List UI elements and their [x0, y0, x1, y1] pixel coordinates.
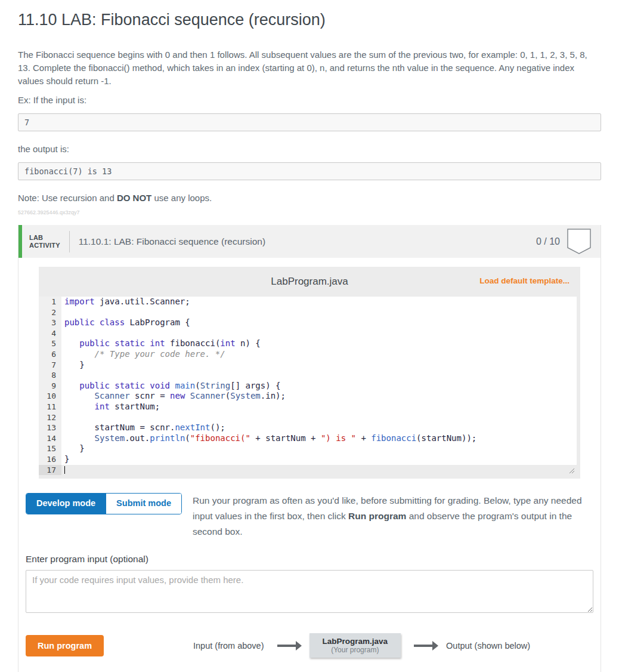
develop-mode-button[interactable]: Develop mode: [26, 494, 106, 514]
line-number: 15: [39, 443, 61, 454]
line-number: 12: [39, 412, 61, 423]
flow-program-box: LabProgram.java (Your program): [310, 633, 401, 658]
editor-header: LabProgram.java Load default template...: [39, 267, 580, 297]
example-input-box: 7: [18, 113, 601, 131]
code-line[interactable]: 8: [39, 370, 577, 381]
submit-mode-button[interactable]: Submit mode: [106, 494, 181, 514]
editor-resize-handle[interactable]: [568, 467, 575, 474]
line-number: 16: [39, 454, 61, 465]
line-number: 13: [39, 423, 61, 433]
note-bold: DO NOT: [117, 193, 151, 203]
code-editor-card: LabProgram.java Load default template...…: [39, 267, 580, 479]
run-program-button[interactable]: Run program: [26, 635, 104, 656]
program-input-field[interactable]: [26, 570, 593, 613]
activity-title: 11.10.1: LAB: Fibonacci sequence (recurs…: [79, 236, 536, 247]
code-text[interactable]: }: [61, 443, 85, 454]
example-output-box: fibonacci(7) is 13: [18, 162, 601, 180]
run-instructions-bold: Run program: [348, 511, 406, 521]
code-line[interactable]: 10 Scanner scnr = new Scanner(System.in)…: [39, 391, 577, 402]
code-text[interactable]: [61, 328, 69, 339]
page-title: 11.10 LAB: Fibonacci sequence (recursion…: [18, 11, 601, 29]
score-text: 0 / 10: [536, 236, 560, 247]
code-line[interactable]: 12: [39, 412, 577, 423]
line-number: 10: [39, 391, 61, 402]
code-text[interactable]: [61, 307, 69, 318]
mode-toggle: Develop mode Submit mode: [26, 493, 182, 514]
activity-banner: LAB ACTIVITY 11.10.1: LAB: Fibonacci seq…: [18, 225, 601, 258]
code-line[interactable]: 4: [39, 328, 577, 339]
code-line[interactable]: 13 startNum = scnr.nextInt();: [39, 423, 577, 433]
line-number: 11: [39, 402, 61, 412]
code-text[interactable]: }: [61, 454, 69, 465]
run-instructions: Run your program as often as you'd like,…: [193, 493, 586, 540]
arrow-right-icon: [414, 645, 433, 647]
code-line[interactable]: 11 int startNum;: [39, 402, 577, 412]
code-text[interactable]: public static int fibonacci(int n) {: [61, 338, 261, 349]
resource-id: 527662.3925446.qx3zqy7: [18, 209, 601, 215]
line-number: 1: [39, 297, 61, 307]
arrow-right-icon: [277, 645, 296, 647]
code-text[interactable]: public class LabProgram {: [61, 317, 190, 328]
code-text[interactable]: int startNum;: [61, 402, 160, 412]
code-line[interactable]: 16}: [39, 454, 577, 465]
banner-divider: [69, 231, 70, 252]
line-number: 2: [39, 307, 61, 318]
code-text[interactable]: /* Type your code here. */: [61, 349, 225, 360]
code-line[interactable]: 6 /* Type your code here. */: [39, 349, 577, 360]
code-line[interactable]: 9 public static void main(String[] args)…: [39, 381, 577, 392]
code-line[interactable]: 5 public static int fibonacci(int n) {: [39, 338, 577, 349]
code-lines: 1import java.util.Scanner;2 3public clas…: [39, 297, 577, 475]
code-line[interactable]: 3public class LabProgram {: [39, 317, 577, 328]
note-text: Note: Use recursion and DO NOT use any l…: [18, 193, 601, 203]
example-input-intro: Ex: If the input is:: [18, 95, 601, 105]
modes-row: Develop mode Submit mode Run your progra…: [26, 493, 593, 540]
code-editor[interactable]: 1import java.util.Scanner;2 3public clas…: [39, 297, 577, 475]
code-text[interactable]: [61, 370, 69, 381]
code-text[interactable]: public static void main(String[] args) {: [61, 381, 281, 392]
flow-program-sub: (Your program): [323, 646, 388, 654]
flow-output-label: Output (shown below): [446, 641, 530, 651]
line-number: 3: [39, 317, 61, 328]
editor-filename: LabProgram.java: [271, 276, 348, 288]
code-text[interactable]: Scanner scnr = new Scanner(System.in);: [61, 391, 286, 402]
line-number: 5: [39, 338, 61, 349]
code-text[interactable]: startNum = scnr.nextInt();: [61, 423, 225, 433]
code-line[interactable]: 1import java.util.Scanner;: [39, 297, 577, 307]
line-number: 17: [39, 465, 61, 476]
code-text[interactable]: [61, 412, 69, 423]
code-text[interactable]: import java.util.Scanner;: [61, 297, 190, 307]
problem-description: The Fibonacci sequence begins with 0 and…: [18, 48, 601, 88]
run-row: Run program Input (from above) LabProgra…: [26, 633, 593, 658]
code-line[interactable]: 2: [39, 307, 577, 318]
line-number: 6: [39, 349, 61, 360]
text-cursor: [64, 466, 65, 474]
line-number: 9: [39, 381, 61, 392]
flow-input-label: Input (from above): [193, 641, 264, 651]
lab-page: 11.10 LAB: Fibonacci sequence (recursion…: [0, 0, 619, 672]
flow-program-name: LabProgram.java: [323, 637, 388, 646]
flow-diagram: Input (from above) LabProgram.java (Your…: [193, 633, 530, 658]
example-output-intro: the output is:: [18, 144, 601, 154]
program-input-label: Enter program input (optional): [26, 554, 593, 565]
line-number: 7: [39, 360, 61, 371]
line-number: 4: [39, 328, 61, 339]
load-default-template-link[interactable]: Load default template...: [479, 276, 570, 285]
code-text[interactable]: System.out.println("fibonacci(" + startN…: [61, 433, 476, 444]
lab-activity-section: LAB ACTIVITY 11.10.1: LAB: Fibonacci seq…: [18, 225, 601, 672]
code-line[interactable]: 15 }: [39, 443, 577, 454]
code-line[interactable]: 17: [39, 465, 577, 476]
activity-content: LabProgram.java Load default template...…: [18, 267, 601, 672]
code-text[interactable]: [61, 465, 70, 476]
code-line[interactable]: 14 System.out.println("fibonacci(" + sta…: [39, 433, 577, 444]
activity-type-label: LAB ACTIVITY: [29, 234, 60, 249]
code-text[interactable]: }: [61, 360, 85, 371]
line-number: 14: [39, 433, 61, 444]
score-badge-icon: [567, 229, 591, 255]
line-number: 8: [39, 370, 61, 381]
code-line[interactable]: 7 }: [39, 360, 577, 371]
